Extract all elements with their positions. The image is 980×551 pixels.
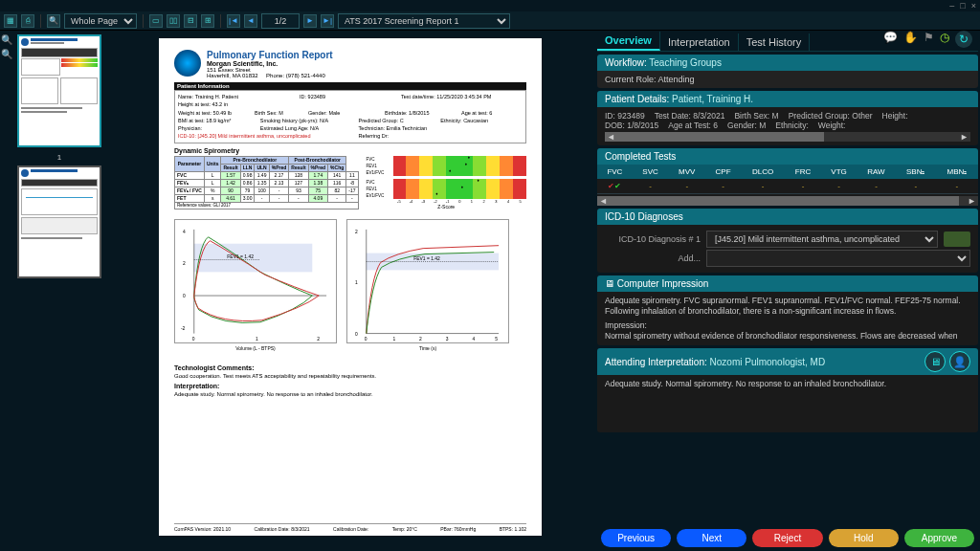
svg-text:4: 4 [472, 337, 475, 342]
user-icon[interactable]: 👤 [949, 351, 970, 372]
display-icon[interactable]: 🖥 [924, 351, 946, 372]
icd-row-label: ICD-10 Diagnosis # 1 [605, 234, 701, 244]
dynamic-spirometry-header: Dynamic Spirometry [174, 147, 526, 154]
interpretation-text: Adequate study. Normal spirometry. No re… [174, 391, 526, 397]
tab-interpretation[interactable]: Interpretation [660, 33, 739, 51]
prev-page-icon[interactable]: ◄ [244, 14, 257, 28]
svg-text:0: 0 [365, 337, 368, 342]
svg-text:2: 2 [419, 337, 422, 342]
zoom-out-icon[interactable]: 🔍 [1, 49, 12, 59]
svg-text:1: 1 [392, 337, 395, 342]
tab-overview[interactable]: Overview [597, 32, 660, 51]
flag-icon[interactable]: ⚑ [924, 31, 934, 48]
svg-text:2: 2 [183, 261, 186, 266]
next-page-icon[interactable]: ► [303, 14, 317, 28]
report-template-select[interactable]: ATS 2017 Screening Report 1 [338, 13, 510, 29]
volume-time-chart: FEV1 = 1.42 210 012345 Time (s) [346, 219, 509, 351]
tech-comments-text: Good cooperation. Test meets ATS accepta… [174, 373, 526, 379]
facing-page-icon[interactable]: ▯▯ [167, 14, 180, 28]
thumbnail-strip: 1 [13, 31, 105, 551]
impression-paragraph-1: Adequate spirometry. FVC supranormal. FE… [605, 296, 970, 317]
first-page-icon[interactable]: |◄ [227, 14, 240, 28]
zscore-chart: FVC♦ FEV1♦ EV1/FVC♦ FVC♦ FEV1♦ EV1/FVC♦ … [367, 156, 526, 209]
timer-icon[interactable]: ◷ [940, 31, 949, 48]
svg-text:0: 0 [183, 294, 186, 298]
approve-button[interactable]: Approve [904, 529, 974, 547]
zoom-sidebar: 🔍 🔍 [0, 31, 13, 551]
icd-apply-button[interactable] [944, 231, 970, 247]
report-phone: Phone: (978) 521-4440 [266, 73, 325, 78]
computer-impression-section: 🖥 Computer Impression Adequate spirometr… [597, 276, 978, 345]
attending-interpretation-section: Attending Interpretation: Nozomi Pulmono… [597, 348, 978, 432]
details-scrollbar[interactable]: ◄► [605, 132, 970, 142]
panel-tabs: Overview Interpretation Test History 💬 ✋… [597, 31, 978, 52]
thumbnail-page-1[interactable] [17, 34, 101, 147]
svg-text:3: 3 [446, 337, 449, 342]
svg-text:FEV1 = 1.42: FEV1 = 1.42 [227, 253, 254, 258]
viewer-toolbar: ▦ ⎙ 🔍 Whole Page ▭ ▯▯ ⊟ ⊞ |◄ ◄ ► ►| ATS … [0, 11, 980, 31]
svg-text:4: 4 [183, 229, 186, 233]
patient-info-block: Name: Training H. PatientID: 923489Test … [174, 90, 526, 143]
report-addr2: Haverhill, MA 01832 [207, 73, 258, 78]
thumbnail-page-2[interactable] [17, 165, 101, 278]
book-view-icon[interactable]: ⊞ [201, 14, 214, 28]
completed-tests-section: Completed Tests FVCSVCMVVCPFDLCOFRCVTGRA… [597, 148, 978, 206]
svg-text:5: 5 [495, 337, 498, 342]
icd-add-select[interactable] [706, 250, 970, 267]
continuous-icon[interactable]: ⊟ [184, 14, 197, 28]
tests-scrollbar[interactable]: ◄► [597, 196, 978, 206]
workflow-action-bar: Previous Next Reject Hold Approve [597, 525, 978, 551]
impression-label: Impression: [605, 320, 970, 331]
current-role: Current Role: Attending [597, 71, 978, 88]
zoom-fit-icon[interactable]: 🔍 [47, 14, 60, 28]
previous-button[interactable]: Previous [601, 529, 671, 547]
test-status-row: ✔✔ --------- [597, 179, 978, 194]
patient-info-header: Patient Information [174, 82, 526, 90]
attending-text[interactable]: Adequate study. Normal spirometry. No re… [597, 375, 978, 432]
print-icon[interactable]: ⎙ [21, 14, 34, 28]
completed-tests-table: FVCSVCMVVCPFDLCOFRCVTGRAWSBN₂MBN₂ ✔✔ ---… [597, 165, 978, 194]
svg-text:2: 2 [317, 337, 320, 342]
svg-text:0: 0 [355, 331, 358, 336]
refresh-icon[interactable]: ↻ [955, 31, 972, 48]
icd-diagnoses-section: ICD-10 Diagnoses ICD-10 Diagnosis # 1 [J… [597, 209, 978, 273]
window-titlebar: – □ × [0, 0, 980, 11]
report-footer: ComPAS Version: 2021.10Calibration Date:… [174, 523, 526, 532]
flow-volume-chart: FEV1 = 1.42 420-2 012 Volume (L - BTPS) [174, 219, 337, 351]
hold-button[interactable]: Hold [829, 529, 899, 547]
close-icon[interactable]: × [971, 1, 976, 11]
workflow-section: Workflow: Teaching Groups Current Role: … [597, 55, 978, 88]
interpretation-header: Interpretation: [174, 383, 526, 389]
zoom-in-icon[interactable]: 🔍 [1, 34, 12, 45]
svg-text:2: 2 [355, 229, 358, 233]
svg-text:1: 1 [355, 280, 358, 285]
single-page-icon[interactable]: ▭ [149, 14, 163, 28]
zoom-mode-select[interactable]: Whole Page [64, 13, 137, 29]
svg-text:-2: -2 [181, 325, 186, 330]
monitor-icon: 🖥 [605, 278, 614, 289]
icd-diagnosis-select[interactable]: [J45.20] Mild intermittent asthma, uncom… [706, 231, 938, 248]
svg-text:1: 1 [256, 337, 258, 342]
last-page-icon[interactable]: ►| [321, 14, 334, 28]
thumbnail-page-1-label: 1 [17, 153, 101, 162]
icd-add-label: Add... [605, 253, 701, 263]
patient-details-section: Patient Details: Patient, Training H. ID… [597, 91, 978, 145]
report-org: Morgan Scientific, Inc. [207, 60, 333, 67]
company-logo [174, 50, 201, 77]
results-table: ParameterUnitsPre-BronchodilatorPost-Bro… [174, 156, 359, 209]
next-button[interactable]: Next [677, 529, 746, 547]
tab-test-history[interactable]: Test History [739, 33, 810, 51]
tech-comments-header: Technologist Comments: [174, 364, 526, 371]
hand-icon[interactable]: ✋ [903, 31, 918, 48]
page-number-input[interactable] [261, 13, 300, 29]
svg-text:0: 0 [192, 337, 195, 342]
reject-button[interactable]: Reject [752, 529, 822, 547]
minimize-icon[interactable]: – [949, 1, 954, 11]
report-page-1: Pulmonary Function Report Morgan Scienti… [159, 38, 542, 536]
thumbs-toggle-icon[interactable]: ▦ [4, 14, 17, 28]
detail-panel: Overview Interpretation Test History 💬 ✋… [595, 31, 980, 551]
impression-paragraph-2: Normal spirometry without evidence of br… [605, 331, 970, 342]
maximize-icon[interactable]: □ [960, 1, 965, 11]
comment-icon[interactable]: 💬 [883, 31, 898, 48]
report-viewer: Pulmonary Function Report Morgan Scienti… [105, 31, 595, 551]
